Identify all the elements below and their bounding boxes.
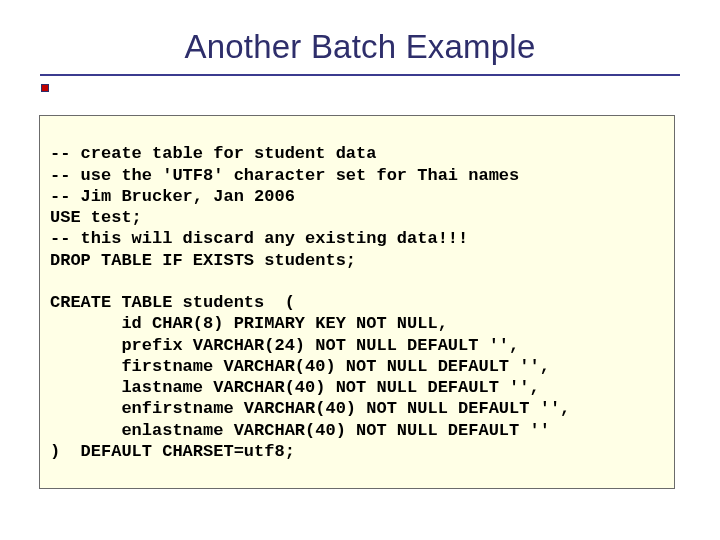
slide-title: Another Batch Example: [0, 28, 720, 66]
code-line: USE test;: [50, 208, 142, 227]
code-line: enfirstname VARCHAR(40) NOT NULL DEFAULT…: [50, 399, 570, 418]
accent-square-icon: [41, 84, 49, 92]
code-line: -- Jim Brucker, Jan 2006: [50, 187, 295, 206]
code-line: prefix VARCHAR(24) NOT NULL DEFAULT '',: [50, 336, 519, 355]
code-block: -- create table for student data -- use …: [39, 115, 675, 489]
code-line: id CHAR(8) PRIMARY KEY NOT NULL,: [50, 314, 448, 333]
code-line: -- this will discard any existing data!!…: [50, 229, 468, 248]
code-line: -- create table for student data: [50, 144, 376, 163]
slide: Another Batch Example -- create table fo…: [0, 0, 720, 540]
code-line: CREATE TABLE students (: [50, 293, 295, 312]
code-line: DROP TABLE IF EXISTS students;: [50, 251, 356, 270]
code-line: -- use the 'UTF8' character set for Thai…: [50, 166, 519, 185]
code-line: lastname VARCHAR(40) NOT NULL DEFAULT ''…: [50, 378, 540, 397]
title-underline: [40, 74, 680, 76]
code-line: ) DEFAULT CHARSET=utf8;: [50, 442, 295, 461]
code-line: firstname VARCHAR(40) NOT NULL DEFAULT '…: [50, 357, 550, 376]
code-line: enlastname VARCHAR(40) NOT NULL DEFAULT …: [50, 421, 550, 440]
